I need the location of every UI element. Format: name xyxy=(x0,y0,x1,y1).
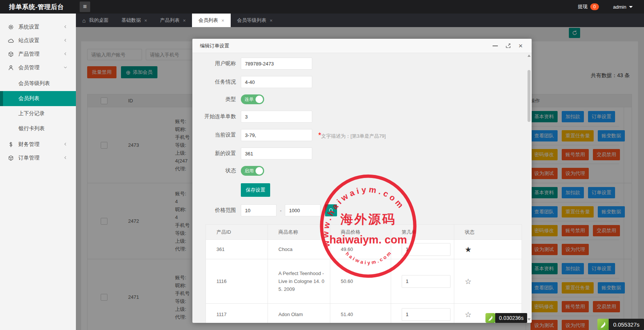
close-icon[interactable]: × xyxy=(519,42,523,49)
sidebar-item-member-list[interactable]: 会员列表 xyxy=(0,91,76,106)
sidebar-item-member-level-list[interactable]: 会员等级列表 xyxy=(0,76,76,91)
withdraw-count-badge: 0 xyxy=(590,3,599,10)
current-setting-label: 当前设置 xyxy=(204,132,236,138)
star-icon[interactable]: ★ xyxy=(465,245,472,254)
task-field[interactable] xyxy=(241,76,312,88)
star-icon[interactable]: ☆ xyxy=(465,310,472,319)
sidebar-item-order-management[interactable]: 订单管理 xyxy=(0,151,76,165)
type-toggle[interactable]: 连单 xyxy=(241,94,264,104)
star-icon[interactable]: ☆ xyxy=(465,277,472,286)
order-number-input[interactable] xyxy=(402,275,450,288)
modal-title: 编辑订单设置 xyxy=(200,43,229,49)
modal-timing-text: 0.030236s xyxy=(495,313,527,323)
sidebar-item-member-management[interactable]: 会员管理 xyxy=(0,61,76,75)
new-setting-field[interactable] xyxy=(241,148,312,160)
status-label: 状态 xyxy=(204,167,236,174)
scroll-up-arrow-icon[interactable] xyxy=(528,55,531,57)
product-price: 50.60 xyxy=(330,259,391,304)
save-settings-button[interactable]: 保存设置 xyxy=(241,183,270,197)
sidebar-item-bank-card-list[interactable]: 银行卡列表 xyxy=(0,121,76,136)
modal-header: 编辑订单设置 × xyxy=(192,39,532,53)
product-price: 49.60 xyxy=(330,240,391,259)
cloud-icon xyxy=(8,38,14,44)
product-name: A Perfect Teenhood - Live in Cologne 14.… xyxy=(268,259,330,304)
start-count-field[interactable] xyxy=(241,111,312,123)
status-toggle[interactable]: 启用 xyxy=(241,166,264,176)
user-menu[interactable]: admin xyxy=(613,4,633,10)
tab-desktop[interactable]: ⌂ 我的桌面 xyxy=(76,14,115,27)
sidebar-item-product-management[interactable]: 产品管理 xyxy=(0,47,76,61)
product-id: 361 xyxy=(206,240,268,259)
close-icon[interactable]: × xyxy=(221,18,224,23)
column-header-product-name: 商品名称 xyxy=(268,225,330,240)
sidebar-item-finance-management[interactable]: 财务管理 xyxy=(0,138,76,151)
product-name: Choca xyxy=(268,240,330,259)
nickname-field[interactable] xyxy=(241,58,312,70)
column-header-order-number: 第几单 xyxy=(391,225,454,240)
product-table-header: 产品ID 商品名称 商品价格 第几单 状态 xyxy=(206,225,522,240)
cube-icon xyxy=(8,155,14,161)
current-setting-field[interactable] xyxy=(241,129,312,141)
tab-product-list[interactable]: 产品列表 × xyxy=(154,14,192,27)
product-price: 51.40 xyxy=(330,304,391,323)
product-name: Adon Olam xyxy=(268,304,330,323)
chevron-left-icon xyxy=(63,24,68,30)
scroll-down-arrow-icon[interactable] xyxy=(528,318,531,321)
order-number-input[interactable] xyxy=(402,243,450,256)
tab-basic-data[interactable]: 基础数据 × xyxy=(115,14,154,27)
order-number-input[interactable] xyxy=(402,308,450,321)
dollar-icon xyxy=(8,141,14,148)
current-setting-hint: *文字描述为：[第3单是产品79] xyxy=(318,131,386,140)
product-table: 产品ID 商品名称 商品价格 第几单 状态 361 Choca 49.60 ★ … xyxy=(206,224,522,323)
column-header-product-price: 商品价格 xyxy=(330,225,391,240)
user-icon xyxy=(8,65,14,71)
product-id: 1116 xyxy=(206,259,268,304)
hamburger-menu-icon[interactable]: ≡ xyxy=(80,2,90,12)
cube-icon xyxy=(8,51,14,57)
task-label: 任务情况 xyxy=(204,79,236,85)
sidebar-item-system-settings[interactable]: 系统设置 xyxy=(0,20,76,34)
nickname-label: 用户昵称 xyxy=(204,60,236,67)
price-separator: - xyxy=(280,208,281,213)
chevron-down-icon xyxy=(63,65,68,71)
toggle-knob xyxy=(255,167,263,175)
app-title: 排单系统-管理后台 xyxy=(0,3,76,11)
home-icon: ⌂ xyxy=(82,17,86,24)
chevron-left-icon xyxy=(63,141,68,148)
close-icon[interactable]: × xyxy=(144,18,147,23)
product-row: 1117 Adon Olam 51.40 ☆ xyxy=(206,304,522,323)
new-setting-label: 新的设置 xyxy=(204,150,236,157)
type-label: 类型 xyxy=(204,96,236,103)
modal-body: 用户昵称 任务情况 类型 连单 开始连单单数 当前设置 *文字描述为：[第3单是… xyxy=(192,53,532,323)
page-timing-badge: 0.055327s xyxy=(597,319,644,330)
price-min-field[interactable] xyxy=(241,204,277,216)
withdraw-link[interactable]: 提现 xyxy=(578,3,588,10)
thinkphp-icon xyxy=(485,313,495,323)
sidebar: 系统设置 站点设置 产品管理 会员管理 会员等级列表 会员列表 上下分记录 银行… xyxy=(0,14,76,330)
price-range-label: 价格范围 xyxy=(204,207,236,214)
chevron-down-icon xyxy=(629,6,633,8)
start-count-label: 开始连单单数 xyxy=(204,113,236,120)
tab-member-list[interactable]: 会员列表 × xyxy=(192,14,231,27)
top-bar: 排单系统-管理后台 ≡ 提现 0 admin xyxy=(0,0,644,14)
product-id: 1117 xyxy=(206,304,268,323)
price-search-button[interactable] xyxy=(325,204,337,216)
product-row: 361 Choca 49.60 ★ xyxy=(206,240,522,259)
maximize-icon[interactable] xyxy=(505,43,511,49)
sidebar-item-site-settings[interactable]: 站点设置 xyxy=(0,34,76,47)
tab-member-level-list[interactable]: 会员等级列表 × xyxy=(231,14,279,27)
page-timing-text: 0.055327s xyxy=(609,319,644,330)
chevron-left-icon xyxy=(63,155,68,161)
close-icon[interactable]: × xyxy=(270,18,273,23)
thinkphp-icon xyxy=(597,319,609,330)
price-max-field[interactable] xyxy=(285,204,320,216)
edit-order-settings-modal: 编辑订单设置 × 用户昵称 任务情况 类型 连单 开始连单单数 xyxy=(192,39,532,323)
sidebar-item-score-records[interactable]: 上下分记录 xyxy=(0,106,76,121)
close-icon[interactable]: × xyxy=(183,18,186,23)
username: admin xyxy=(613,4,626,10)
scrollbar-thumb[interactable] xyxy=(528,70,531,122)
modal-timing-badge: 0.030236s xyxy=(485,313,527,323)
chevron-left-icon xyxy=(63,38,68,44)
minimize-icon[interactable] xyxy=(493,46,498,46)
gear-icon xyxy=(8,24,14,30)
